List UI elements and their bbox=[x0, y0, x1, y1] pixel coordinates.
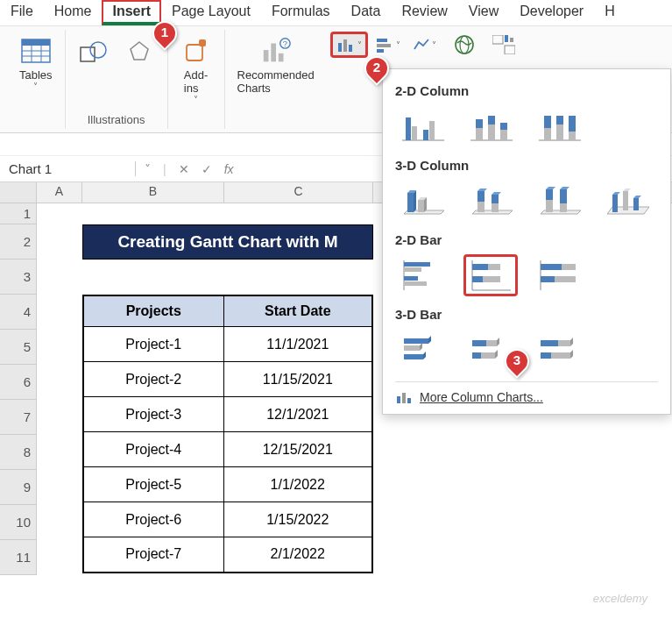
row-header[interactable]: 5 bbox=[0, 330, 37, 365]
maps-button[interactable] bbox=[450, 32, 478, 57]
row-header[interactable]: 10 bbox=[0, 505, 37, 540]
svg-rect-56 bbox=[477, 202, 485, 212]
clustered-column-2d[interactable] bbox=[395, 105, 449, 147]
svg-rect-13 bbox=[278, 53, 283, 61]
row-header[interactable]: 3 bbox=[0, 260, 37, 295]
row-header[interactable]: 4 bbox=[0, 295, 37, 330]
clustered-bar-2d[interactable] bbox=[395, 254, 449, 296]
tab-truncated[interactable]: H bbox=[594, 0, 626, 25]
svg-rect-69 bbox=[612, 195, 618, 212]
pivot-chart-button[interactable] bbox=[489, 33, 519, 56]
name-box[interactable]: Chart 1 bbox=[0, 161, 136, 176]
table-row: Project-211/15/2021 bbox=[83, 362, 372, 397]
confirm-formula-icon[interactable]: ✓ bbox=[202, 162, 212, 176]
stacked-column-100-2d[interactable] bbox=[532, 105, 586, 147]
svg-rect-93 bbox=[404, 345, 420, 351]
table-row: Project-111/1/2021 bbox=[83, 327, 372, 362]
section-3d-column: 3-D Column bbox=[395, 158, 658, 173]
tab-data[interactable]: Data bbox=[341, 0, 392, 25]
stacked-bar-100-3d[interactable] bbox=[532, 329, 586, 371]
svg-rect-17 bbox=[343, 39, 347, 52]
addins-button[interactable]: Add- ins ˅ bbox=[175, 32, 217, 108]
svg-marker-94 bbox=[420, 343, 422, 351]
insert-column-chart-button[interactable]: ˅ bbox=[330, 32, 368, 58]
col-header-B[interactable]: B bbox=[82, 182, 224, 203]
namebox-dropdown-icon[interactable]: ˅ bbox=[145, 162, 151, 176]
recommended-charts-label: Recommended Charts bbox=[237, 68, 315, 95]
column-3d[interactable] bbox=[600, 180, 654, 222]
shapes-icon bbox=[78, 35, 110, 67]
illustrations-button[interactable] bbox=[73, 32, 115, 72]
table-row: Project-312/1/2021 bbox=[83, 397, 372, 432]
svg-rect-36 bbox=[488, 124, 495, 140]
insert-line-chart-small[interactable]: ˅ bbox=[409, 35, 440, 54]
table-row: Project-72/1/2022 bbox=[83, 537, 372, 573]
svg-rect-20 bbox=[377, 44, 391, 47]
row-header[interactable]: 9 bbox=[0, 470, 37, 505]
tab-review[interactable]: Review bbox=[391, 0, 457, 25]
table-row: Project-61/15/2022 bbox=[83, 502, 372, 537]
row-header[interactable]: 8 bbox=[0, 435, 37, 470]
svg-rect-77 bbox=[404, 267, 421, 272]
svg-rect-25 bbox=[505, 46, 515, 54]
svg-rect-44 bbox=[556, 124, 563, 140]
svg-rect-1 bbox=[22, 39, 50, 46]
svg-rect-90 bbox=[555, 276, 576, 282]
col-header-C[interactable]: C bbox=[224, 182, 373, 203]
stacked-bar-100-2d[interactable] bbox=[532, 254, 586, 296]
clustered-bar-3d[interactable] bbox=[395, 329, 449, 371]
svg-rect-37 bbox=[488, 116, 495, 124]
svg-rect-39 bbox=[500, 123, 507, 130]
col-header-A[interactable]: A bbox=[37, 182, 82, 203]
table-row: Project-51/1/2022 bbox=[83, 467, 372, 502]
svg-rect-78 bbox=[404, 276, 418, 281]
cancel-formula-icon[interactable]: ✕ bbox=[179, 162, 189, 176]
th-startdate[interactable]: Start Date bbox=[223, 295, 372, 327]
svg-rect-76 bbox=[404, 262, 430, 267]
svg-rect-101 bbox=[481, 352, 495, 359]
svg-marker-92 bbox=[428, 336, 431, 344]
more-column-charts[interactable]: More Column Charts... bbox=[395, 381, 658, 405]
svg-marker-50 bbox=[414, 190, 416, 212]
tab-view[interactable]: View bbox=[458, 0, 509, 25]
svg-marker-102 bbox=[495, 350, 498, 359]
data-table: Projects Start Date Project-111/1/2021 P… bbox=[82, 295, 373, 573]
insert-bar-chart-small[interactable]: ˅ bbox=[373, 35, 404, 54]
svg-rect-95 bbox=[404, 354, 423, 359]
tab-developer[interactable]: Developer bbox=[509, 0, 594, 25]
svg-marker-105 bbox=[570, 338, 573, 346]
clustered-column-3d[interactable] bbox=[395, 180, 449, 222]
title-banner: Creating Gantt Chart with M bbox=[82, 224, 373, 260]
row-header[interactable]: 1 bbox=[0, 203, 37, 224]
callout-marker-3: 3 bbox=[505, 349, 531, 381]
stacked-column-3d[interactable] bbox=[463, 180, 518, 222]
recommended-charts-button[interactable]: ? Recommended Charts bbox=[232, 32, 320, 98]
svg-rect-30 bbox=[412, 126, 417, 140]
svg-rect-63 bbox=[546, 200, 553, 212]
tab-home[interactable]: Home bbox=[44, 0, 103, 25]
svg-rect-97 bbox=[472, 340, 486, 346]
row-header[interactable]: 6 bbox=[0, 365, 37, 400]
stacked-column-100-3d[interactable] bbox=[532, 180, 586, 222]
svg-rect-11 bbox=[263, 50, 268, 61]
stacked-column-2d[interactable] bbox=[463, 105, 518, 147]
svg-rect-111 bbox=[407, 398, 411, 403]
svg-rect-73 bbox=[633, 198, 639, 210]
row-header[interactable]: 11 bbox=[0, 540, 37, 575]
tab-file[interactable]: File bbox=[0, 0, 44, 25]
svg-rect-6 bbox=[81, 47, 95, 61]
row-header[interactable]: 7 bbox=[0, 400, 37, 435]
fx-icon[interactable]: fx bbox=[224, 162, 234, 176]
callout-marker-1: 1 bbox=[152, 21, 179, 53]
tables-button[interactable]: Tables ˅ bbox=[14, 32, 58, 95]
ribbon-tabs: File Home Insert Page Layout Formulas Da… bbox=[0, 0, 672, 26]
svg-marker-53 bbox=[424, 197, 427, 212]
svg-rect-42 bbox=[544, 128, 551, 140]
svg-rect-48 bbox=[407, 193, 414, 212]
illustrations-label: Illustrations bbox=[88, 113, 145, 127]
th-projects[interactable]: Projects bbox=[83, 295, 223, 327]
chevron-down-icon: ˅ bbox=[33, 82, 38, 91]
row-header[interactable]: 2 bbox=[0, 224, 37, 260]
tab-formulas[interactable]: Formulas bbox=[261, 0, 341, 25]
stacked-bar-2d[interactable] bbox=[463, 254, 518, 296]
